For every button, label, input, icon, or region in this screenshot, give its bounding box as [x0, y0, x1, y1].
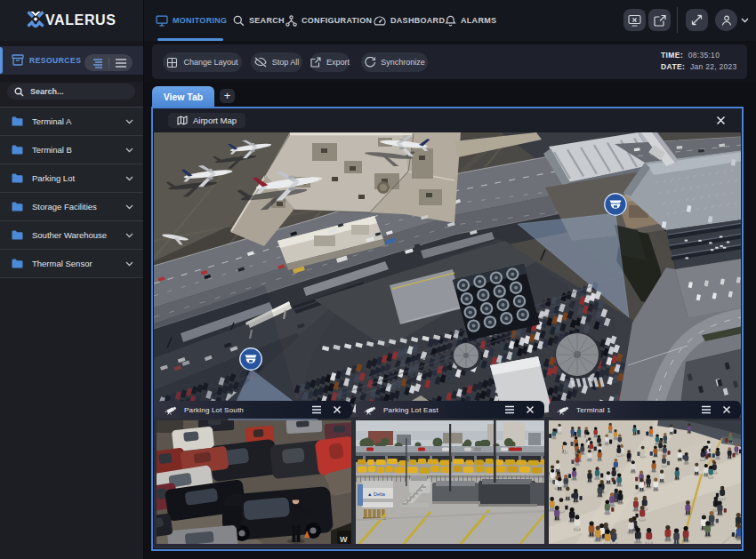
svg-text:W: W — [340, 535, 348, 544]
svg-text:▲ Delta: ▲ Delta — [367, 491, 386, 497]
